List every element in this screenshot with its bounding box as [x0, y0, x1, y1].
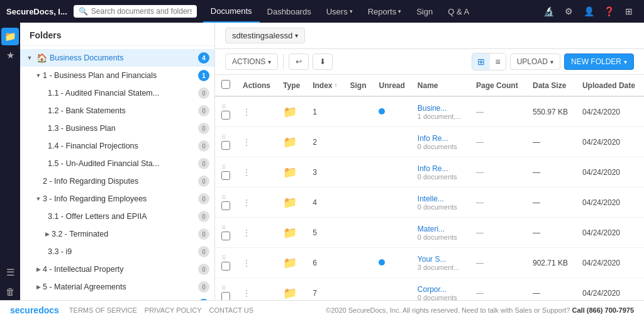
undo-button[interactable]: ↩ — [289, 53, 309, 70]
drag-handle-icon[interactable]: ≡ — [221, 132, 226, 141]
nav-sign[interactable]: Sign — [409, 0, 440, 23]
workspace-selector[interactable]: sdtestingsalessd ▾ — [225, 28, 305, 43]
tree-item-3-2[interactable]: ▶ 3.2 - Terminated 0 — [20, 225, 214, 243]
row-actions-menu-icon[interactable]: ⋮ — [243, 259, 250, 267]
privacy-link[interactable]: PRIVACY POLICY — [145, 306, 202, 314]
row-name-cell[interactable]: Materi... 0 documents — [411, 218, 470, 248]
search-input[interactable] — [91, 7, 192, 16]
contact-link[interactable]: CONTACT US — [209, 306, 254, 314]
drag-handle-icon[interactable]: ≡ — [221, 193, 226, 201]
row-actions-menu-icon[interactable]: ⋮ — [243, 108, 250, 116]
tree-item-3-1[interactable]: 3.1 - Offer Letters and EPIIA 0 — [20, 208, 214, 225]
row-name-cell[interactable]: Info Re... 0 documents — [411, 127, 470, 157]
select-all-checkbox[interactable] — [221, 80, 230, 89]
drag-handle-icon[interactable]: ≡ — [221, 223, 226, 232]
row-index-cell: 5 — [306, 218, 343, 248]
row-checkbox-cell: ≡ — [215, 248, 236, 278]
tree-label-1-1: 1.1 - Audited Financial Statem... — [48, 89, 198, 98]
sort-arrow-icon: ↑ — [334, 82, 337, 89]
science-icon-btn[interactable]: 🔬 — [540, 3, 557, 20]
row-sign-cell — [343, 157, 372, 187]
tree-item-2[interactable]: ▶ 2 - Info Regarding Disputes 0 — [20, 172, 214, 190]
drag-handle-icon[interactable]: ≡ — [221, 102, 226, 111]
row-name-cell[interactable]: Your S... 3 document... — [411, 248, 470, 278]
tree-item-business-documents[interactable]: ▼ 🏠 Business Documents 4 — [20, 49, 214, 67]
tree-label-1-4: 1.4 - Financial Projections — [48, 142, 198, 150]
nav-reports[interactable]: Reports ▾ — [360, 0, 409, 23]
table-row: ≡ ⋮ 📁 5 Materi... 0 documents — — 04/24/… — [215, 218, 644, 248]
row-uploaded-date-cell: 04/24/2020 — [576, 127, 644, 157]
th-data-size: Data Size — [526, 75, 576, 96]
tree-item-4[interactable]: ▶ 4 - Intellectual Property 0 — [20, 260, 214, 278]
table-row: ≡ ⋮ 📁 7 Corpor... 0 documents — — 04/24/… — [215, 278, 644, 301]
tree-badge-2: 0 — [198, 176, 209, 187]
row-actions-menu-icon[interactable]: ⋮ — [243, 138, 250, 147]
search-bar[interactable]: 🔍 — [74, 5, 197, 18]
row-actions-menu-icon[interactable]: ⋮ — [243, 198, 250, 207]
download-button[interactable]: ⬇ — [313, 53, 333, 70]
drag-handle-icon[interactable]: ≡ — [221, 253, 226, 262]
th-name: Name — [411, 75, 470, 96]
upload-button[interactable]: UPLOAD ▾ — [510, 53, 560, 70]
row-checkbox[interactable] — [221, 111, 230, 120]
tree-item-5[interactable]: ▶ 5 - Material Agreements 0 — [20, 278, 214, 296]
row-checkbox[interactable] — [221, 201, 230, 210]
row-checkbox[interactable] — [221, 292, 230, 300]
help-icon-btn[interactable]: ❓ — [600, 3, 618, 20]
grid-icon-btn[interactable]: ⊞ — [620, 3, 638, 20]
th-unread: Unread — [372, 75, 411, 96]
list-view-btn[interactable]: ≡ — [490, 53, 505, 70]
nav-users[interactable]: Users ▾ — [319, 0, 360, 23]
row-name-cell[interactable]: Intelle... 0 documents — [411, 187, 470, 218]
terms-link[interactable]: TERMS OF SERVICE — [69, 306, 137, 314]
table-row: ≡ ⋮ 📁 3 Info Re... 0 documents — — 04/24… — [215, 157, 644, 187]
tree-item-1-3[interactable]: 1.3 - Business Plan 0 — [20, 120, 214, 137]
row-page-count-cell: — — [470, 157, 526, 187]
row-checkbox[interactable] — [221, 141, 230, 150]
grid-view-btn[interactable]: ⊞ — [472, 53, 490, 70]
user-icon-btn[interactable]: 👤 — [580, 3, 597, 20]
side-icon-rail: 📁 ★ ☰ 🗑 — [0, 23, 20, 300]
row-name-cell[interactable]: Info Re... 0 documents — [411, 157, 470, 187]
nav-documents[interactable]: Documents — [203, 0, 260, 23]
toolbar: ACTIONS ▾ ↩ ⬇ ⊞ ≡ UPLOAD ▾ NEW FOLDER ▾ — [215, 49, 644, 75]
list-side-icon[interactable]: ☰ — [1, 264, 19, 281]
row-actions-cell: ⋮ — [236, 157, 277, 187]
row-actions-cell: ⋮ — [236, 127, 277, 157]
tree-item-1[interactable]: ▼ 1 - Business Plan and Financials 1 — [20, 67, 214, 84]
row-index-cell: 2 — [306, 127, 343, 157]
row-actions-menu-icon[interactable]: ⋮ — [243, 168, 250, 177]
drag-handle-icon[interactable]: ≡ — [221, 283, 226, 292]
tree-item-1-2[interactable]: 1.2 - Bank Statements 0 — [20, 102, 214, 120]
row-checkbox[interactable] — [221, 232, 230, 240]
row-actions-menu-icon[interactable]: ⋮ — [243, 228, 250, 237]
folder-side-icon[interactable]: 📁 — [1, 28, 19, 45]
tree-arrow-3: ▼ — [34, 194, 43, 203]
th-index[interactable]: Index ↑ — [306, 75, 343, 96]
nav-dashboards[interactable]: Dashboards — [260, 0, 319, 23]
row-actions-menu-icon[interactable]: ⋮ — [243, 289, 250, 298]
trash-side-icon[interactable]: 🗑 — [1, 283, 19, 300]
tree-label-3: 3 - Info Regarding Employees — [43, 194, 198, 203]
row-checkbox[interactable] — [221, 171, 230, 180]
tree-item-3-3[interactable]: 3.3 - i9 0 — [20, 243, 214, 260]
drag-handle-icon[interactable]: ≡ — [221, 162, 226, 171]
tree-badge-1-4: 0 — [198, 140, 209, 152]
row-name-cell[interactable]: Corpor... 0 documents — [411, 278, 470, 301]
actions-button[interactable]: ACTIONS ▾ — [225, 53, 278, 70]
tree-item-1-5[interactable]: 1.5 - Un-Audited Financial Sta... 0 — [20, 155, 214, 172]
row-actions-cell: ⋮ — [236, 248, 277, 278]
row-checkbox[interactable] — [221, 262, 230, 271]
row-actions-cell: ⋮ — [236, 187, 277, 218]
row-page-count-cell: — — [470, 248, 526, 278]
star-side-icon[interactable]: ★ — [1, 47, 19, 64]
tree-label-5: 5 - Material Agreements — [43, 283, 198, 291]
row-name-cell[interactable]: Busine... 1 document,... — [411, 96, 470, 127]
tree-item-1-4[interactable]: 1.4 - Financial Projections 0 — [20, 137, 214, 155]
tree-item-6[interactable]: ▶ 6 - Your SecureDocs Trial 3 — [20, 296, 214, 300]
tree-item-3[interactable]: ▼ 3 - Info Regarding Employees 0 — [20, 190, 214, 208]
tree-item-1-1[interactable]: 1.1 - Audited Financial Statem... 0 — [20, 84, 214, 102]
new-folder-button[interactable]: NEW FOLDER ▾ — [564, 53, 634, 70]
nav-qa[interactable]: Q & A — [440, 0, 477, 23]
settings-icon-btn[interactable]: ⚙ — [560, 3, 577, 20]
